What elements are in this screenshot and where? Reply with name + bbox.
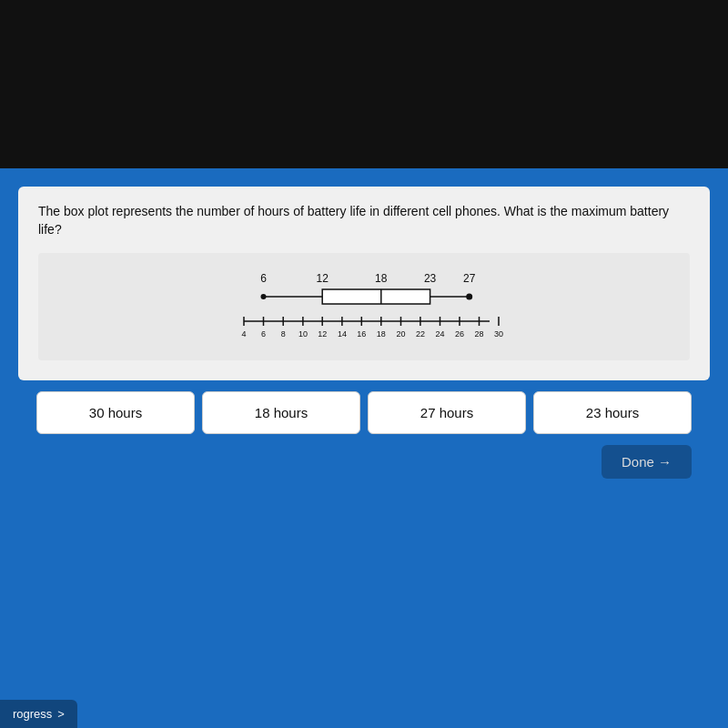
svg-point-6 xyxy=(261,294,267,299)
svg-text:8: 8 xyxy=(281,329,286,339)
top-bar xyxy=(0,0,728,168)
svg-text:30: 30 xyxy=(494,329,503,339)
box-plot-wrapper: 6 12 18 23 27 xyxy=(218,271,510,344)
content-area: The box plot represents the number of ho… xyxy=(0,168,728,479)
svg-text:22: 22 xyxy=(416,329,425,339)
box-plot-svg: 6 12 18 23 27 xyxy=(218,271,510,344)
svg-text:26: 26 xyxy=(455,329,464,339)
progress-bar[interactable]: rogress > xyxy=(0,700,77,728)
svg-text:10: 10 xyxy=(298,329,308,339)
svg-text:12: 12 xyxy=(317,272,329,285)
svg-point-10 xyxy=(466,294,472,300)
svg-text:6: 6 xyxy=(260,272,267,285)
answers-row: 30 hours 18 hours 27 hours 23 hours xyxy=(18,391,710,434)
svg-text:18: 18 xyxy=(375,272,388,285)
answer-27-hours[interactable]: 27 hours xyxy=(368,391,526,434)
answer-18-hours[interactable]: 18 hours xyxy=(202,391,360,434)
question-text: The box plot represents the number of ho… xyxy=(38,203,690,238)
svg-text:20: 20 xyxy=(396,329,405,339)
svg-text:14: 14 xyxy=(338,329,347,339)
svg-text:24: 24 xyxy=(435,329,444,339)
svg-rect-7 xyxy=(322,289,430,304)
box-plot-container: 6 12 18 23 27 xyxy=(38,253,690,360)
question-card: The box plot represents the number of ho… xyxy=(18,187,710,380)
svg-text:27: 27 xyxy=(463,272,476,285)
svg-text:18: 18 xyxy=(377,329,386,339)
progress-label: rogress xyxy=(13,707,52,721)
done-area: Done → xyxy=(18,445,710,479)
svg-text:16: 16 xyxy=(357,329,366,339)
svg-text:4: 4 xyxy=(241,329,246,339)
answer-23-hours[interactable]: 23 hours xyxy=(533,391,692,434)
done-button[interactable]: Done → xyxy=(602,445,692,479)
svg-text:28: 28 xyxy=(474,329,483,339)
answer-30-hours[interactable]: 30 hours xyxy=(36,391,195,434)
svg-text:6: 6 xyxy=(261,329,266,339)
svg-text:23: 23 xyxy=(424,272,437,285)
svg-text:12: 12 xyxy=(318,329,327,339)
progress-arrow: > xyxy=(57,707,65,721)
